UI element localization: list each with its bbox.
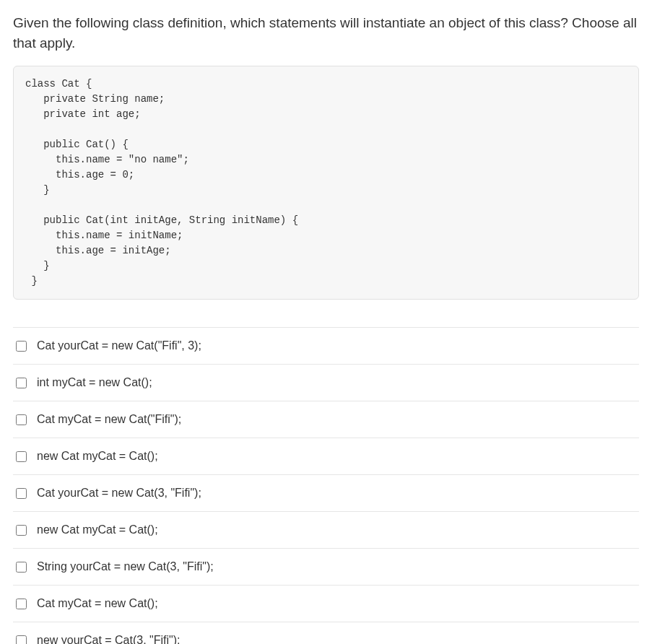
option-row[interactable]: Cat myCat = new Cat(); (13, 586, 639, 622)
option-checkbox-1[interactable] (16, 378, 27, 388)
code-block: class Cat { private String name; private… (13, 66, 639, 300)
option-label: Cat myCat = new Cat(); (37, 595, 158, 612)
option-row[interactable]: Cat yourCat = new Cat("Fifi", 3); (13, 328, 639, 365)
option-row[interactable]: Cat myCat = new Cat("Fifi"); (13, 401, 639, 438)
option-label: new Cat myCat = Cat(); (37, 521, 158, 539)
option-checkbox-8[interactable] (16, 635, 27, 644)
option-label: new yourCat = Cat(3, "Fifi"); (37, 632, 181, 644)
option-label: Cat myCat = new Cat("Fifi"); (37, 411, 181, 428)
option-checkbox-6[interactable] (16, 562, 27, 573)
option-checkbox-2[interactable] (16, 414, 27, 425)
options-list: Cat yourCat = new Cat("Fifi", 3); int my… (13, 327, 639, 644)
option-row[interactable]: new yourCat = Cat(3, "Fifi"); (13, 622, 639, 644)
option-row[interactable]: Cat yourCat = new Cat(3, "Fifi"); (13, 475, 639, 512)
option-row[interactable]: String yourCat = new Cat(3, "Fifi"); (13, 549, 639, 586)
option-row[interactable]: new Cat myCat = Cat(); (13, 438, 639, 475)
option-label: String yourCat = new Cat(3, "Fifi"); (37, 558, 214, 575)
question-text: Given the following class definition, wh… (13, 13, 639, 53)
option-checkbox-7[interactable] (16, 599, 27, 609)
option-checkbox-3[interactable] (16, 451, 27, 462)
option-label: Cat yourCat = new Cat(3, "Fifi"); (37, 484, 201, 502)
option-checkbox-4[interactable] (16, 488, 27, 499)
option-row[interactable]: int myCat = new Cat(); (13, 365, 639, 401)
option-label: int myCat = new Cat(); (37, 374, 152, 391)
option-label: new Cat myCat = Cat(); (37, 448, 158, 465)
option-checkbox-5[interactable] (16, 525, 27, 536)
option-checkbox-0[interactable] (16, 341, 27, 352)
option-label: Cat yourCat = new Cat("Fifi", 3); (37, 337, 201, 354)
option-row[interactable]: new Cat myCat = Cat(); (13, 512, 639, 549)
